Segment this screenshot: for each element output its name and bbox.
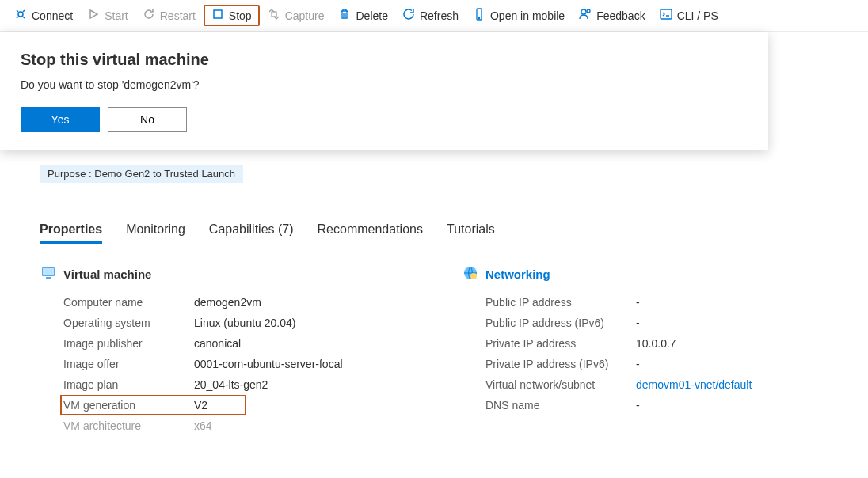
capture-icon xyxy=(268,8,280,23)
feedback-label: Feedback xyxy=(596,9,645,22)
prop-public-ip: Public IP address - xyxy=(485,292,852,313)
prop-offer: Image offer 0001-com-ubuntu-server-focal xyxy=(63,354,430,374)
connect-label: Connect xyxy=(32,9,73,22)
prop-private-ip: Private IP address 10.0.0.7 xyxy=(485,333,852,354)
delete-label: Delete xyxy=(356,9,387,22)
tab-monitoring[interactable]: Monitoring xyxy=(126,222,185,244)
tab-recommendations[interactable]: Recommendations xyxy=(318,222,423,244)
mobile-icon xyxy=(473,8,485,23)
start-label: Start xyxy=(105,9,128,22)
trash-icon xyxy=(338,8,351,23)
prop-vm-generation: VM generation V2 xyxy=(60,395,246,415)
prop-dns: DNS name - xyxy=(485,395,852,415)
networking-section: Networking Public IP address - Public IP… xyxy=(462,266,852,436)
cli-button[interactable]: CLI / PS xyxy=(653,5,725,26)
networking-property-list: Public IP address - Public IP address (I… xyxy=(485,292,852,415)
svg-point-0 xyxy=(18,12,23,17)
svg-point-5 xyxy=(581,9,586,14)
start-button: Start xyxy=(81,5,135,26)
play-icon xyxy=(87,8,100,23)
stop-icon xyxy=(211,8,224,23)
restart-button: Restart xyxy=(136,5,202,26)
svg-rect-7 xyxy=(661,9,672,19)
vm-property-list: Computer name demogen2vm Operating syste… xyxy=(63,292,430,436)
prop-publisher: Image publisher canonical xyxy=(63,333,430,354)
vnet-link[interactable]: demovm01-vnet/default xyxy=(636,378,752,391)
connect-button[interactable]: Connect xyxy=(8,5,79,26)
refresh-label: Refresh xyxy=(420,9,459,22)
vm-section: Virtual machine Computer name demogen2vm… xyxy=(40,266,430,436)
dialog-title: Stop this virtual machine xyxy=(21,51,748,69)
svg-rect-9 xyxy=(43,268,54,275)
prop-architecture: VM architecture x64 xyxy=(63,415,430,436)
stop-button[interactable]: Stop xyxy=(204,5,260,26)
prop-private-ip6: Private IP address (IPv6) - xyxy=(485,354,852,374)
delete-button[interactable]: Delete xyxy=(332,5,394,26)
restart-icon xyxy=(143,8,155,23)
restart-label: Restart xyxy=(160,9,196,22)
svg-rect-2 xyxy=(272,12,276,17)
tab-capabilities[interactable]: Capabilities (7) xyxy=(209,222,294,244)
prop-os: Operating system Linux (ubuntu 20.04) xyxy=(63,313,430,333)
prop-public-ip6: Public IP address (IPv6) - xyxy=(485,313,852,333)
prop-plan: Image plan 20_04-lts-gen2 xyxy=(63,374,430,395)
svg-point-6 xyxy=(587,9,590,13)
capture-label: Capture xyxy=(285,9,325,22)
dialog-message: Do you want to stop 'demogen2vm'? xyxy=(21,78,748,91)
capture-button: Capture xyxy=(261,5,331,26)
properties-panel: Virtual machine Computer name demogen2vm… xyxy=(40,266,852,436)
prop-computer-name: Computer name demogen2vm xyxy=(63,292,430,313)
svg-rect-1 xyxy=(214,10,222,18)
cli-label: CLI / PS xyxy=(677,9,718,22)
svg-point-4 xyxy=(478,17,479,18)
cli-icon xyxy=(660,8,672,23)
tabs: Properties Monitoring Capabilities (7) R… xyxy=(40,222,852,244)
command-bar: Connect Start Restart Stop Capture Delet… xyxy=(0,0,868,32)
prop-vnet: Virtual network/subnet demovm01-vnet/def… xyxy=(485,374,852,395)
dialog-buttons: Yes No xyxy=(21,107,748,132)
tab-properties[interactable]: Properties xyxy=(40,222,102,244)
networking-section-title: Networking xyxy=(485,267,550,281)
yes-button[interactable]: Yes xyxy=(21,107,100,132)
vm-section-title: Virtual machine xyxy=(63,267,151,281)
refresh-icon xyxy=(402,8,415,23)
stop-confirm-dialog: Stop this virtual machine Do you want to… xyxy=(0,32,768,150)
tab-tutorials[interactable]: Tutorials xyxy=(447,222,495,244)
feedback-icon xyxy=(579,8,592,23)
monitor-icon xyxy=(41,266,55,283)
vm-section-header: Virtual machine xyxy=(41,266,430,283)
globe-icon xyxy=(463,266,478,283)
feedback-button[interactable]: Feedback xyxy=(573,5,651,26)
no-button[interactable]: No xyxy=(108,107,187,132)
networking-section-header[interactable]: Networking xyxy=(463,266,852,283)
open-mobile-label: Open in mobile xyxy=(490,9,565,22)
refresh-button[interactable]: Refresh xyxy=(396,5,465,26)
svg-rect-10 xyxy=(46,277,51,279)
connect-icon xyxy=(14,8,27,23)
tag-chip[interactable]: Purpose : Demo Gen2 to Trusted Launch xyxy=(40,165,243,183)
open-mobile-button[interactable]: Open in mobile xyxy=(466,5,571,26)
svg-point-12 xyxy=(470,273,477,279)
stop-label: Stop xyxy=(229,9,252,22)
